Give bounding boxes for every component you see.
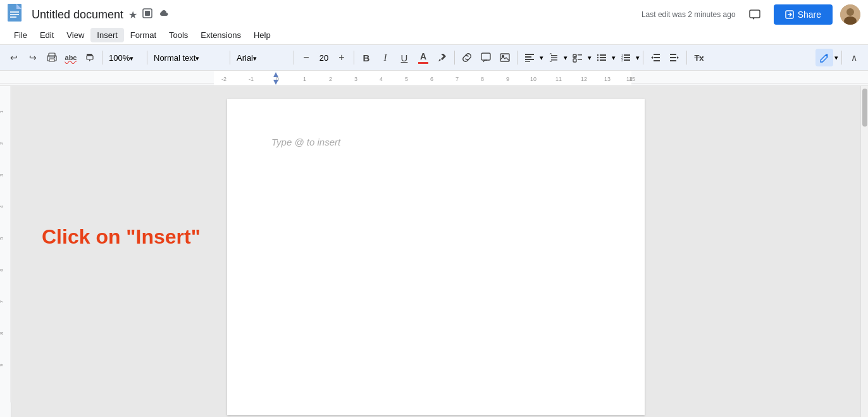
document-title[interactable]: Untitled document bbox=[32, 8, 123, 22]
svg-text:4: 4 bbox=[0, 205, 4, 208]
svg-rect-37 bbox=[600, 59, 606, 61]
spellcheck-button[interactable]: abc bbox=[62, 49, 80, 66]
svg-text:13: 13 bbox=[604, 76, 611, 82]
font-size-display[interactable]: 20 bbox=[316, 53, 332, 63]
svg-text:2: 2 bbox=[0, 142, 4, 145]
svg-rect-7 bbox=[145, 11, 150, 16]
star-icon[interactable]: ★ bbox=[128, 9, 137, 21]
svg-point-16 bbox=[54, 57, 55, 58]
edit-mode-button[interactable] bbox=[815, 49, 833, 66]
svg-text:3: 3 bbox=[0, 173, 4, 177]
svg-text:9: 9 bbox=[0, 363, 4, 366]
text-style-selector[interactable]: Normal text bbox=[151, 49, 226, 66]
font-size-decrease-button[interactable]: − bbox=[297, 49, 315, 66]
line-spacing-button[interactable] bbox=[545, 49, 562, 66]
svg-text:2: 2 bbox=[329, 76, 332, 82]
menu-tools[interactable]: Tools bbox=[163, 28, 194, 42]
zoom-selector[interactable]: 100% bbox=[106, 49, 144, 66]
document-page[interactable]: Type @ to insert bbox=[227, 99, 645, 415]
menu-view[interactable]: View bbox=[60, 28, 90, 42]
svg-rect-30 bbox=[573, 59, 576, 62]
increase-indent-button[interactable] bbox=[666, 49, 683, 66]
checklist-button[interactable] bbox=[569, 49, 586, 66]
svg-text:10: 10 bbox=[530, 76, 536, 82]
comments-button[interactable] bbox=[743, 3, 766, 26]
highlight-button[interactable] bbox=[433, 49, 451, 66]
svg-text:6: 6 bbox=[0, 268, 4, 271]
scrollbar-thumb[interactable] bbox=[862, 89, 867, 127]
link-button[interactable] bbox=[458, 49, 476, 66]
separator-5 bbox=[354, 51, 354, 65]
svg-text:-2: -2 bbox=[221, 76, 226, 82]
paint-format-button[interactable] bbox=[81, 49, 99, 66]
svg-text:8: 8 bbox=[0, 332, 4, 335]
insert-image-button[interactable] bbox=[496, 49, 514, 66]
numbered-list-button[interactable]: 1 2 3 bbox=[617, 49, 635, 66]
text-align-button[interactable] bbox=[521, 49, 538, 66]
svg-text:5: 5 bbox=[405, 76, 408, 82]
font-family-selector[interactable]: Arial bbox=[233, 49, 290, 66]
menu-help[interactable]: Help bbox=[247, 28, 277, 42]
checklist-chevron-icon bbox=[588, 54, 592, 62]
underline-button[interactable]: U bbox=[395, 49, 413, 66]
svg-rect-19 bbox=[500, 54, 509, 61]
svg-rect-17 bbox=[87, 56, 93, 59]
menu-edit[interactable]: Edit bbox=[34, 28, 60, 42]
vertical-scrollbar[interactable] bbox=[860, 86, 868, 417]
undo-button[interactable]: ↩ bbox=[5, 49, 23, 66]
svg-rect-8 bbox=[750, 10, 760, 18]
svg-text:11: 11 bbox=[555, 76, 562, 82]
share-button[interactable]: Share bbox=[774, 4, 833, 25]
separator-6 bbox=[454, 51, 455, 65]
numbered-chevron-icon bbox=[636, 54, 640, 62]
svg-rect-18 bbox=[481, 53, 490, 60]
svg-text:4: 4 bbox=[380, 76, 383, 82]
redo-button[interactable]: ↪ bbox=[24, 49, 42, 66]
svg-rect-73 bbox=[0, 86, 11, 402]
document-area[interactable]: Click on "Insert" Type @ to insert bbox=[11, 86, 860, 417]
add-comment-button[interactable] bbox=[477, 49, 495, 66]
separator-4 bbox=[294, 51, 294, 65]
header-right: Last edit was 2 minutes ago Share bbox=[633, 3, 860, 26]
collapse-toolbar-button[interactable]: ∧ bbox=[845, 49, 863, 66]
font-size-value: 20 bbox=[316, 53, 332, 63]
svg-rect-3 bbox=[10, 11, 19, 13]
align-chevron-icon bbox=[540, 54, 543, 62]
decrease-indent-button[interactable] bbox=[647, 49, 664, 66]
svg-text:3: 3 bbox=[621, 58, 623, 62]
cloud-save-icon[interactable] bbox=[158, 9, 169, 20]
svg-rect-47 bbox=[670, 54, 676, 55]
svg-rect-39 bbox=[624, 54, 630, 56]
svg-rect-45 bbox=[654, 57, 660, 58]
text-color-button[interactable]: A bbox=[414, 49, 432, 66]
svg-rect-13 bbox=[49, 53, 55, 57]
svg-rect-44 bbox=[654, 54, 660, 55]
svg-text:-1: -1 bbox=[249, 76, 254, 82]
svg-text:5: 5 bbox=[0, 237, 4, 240]
menu-insert[interactable]: Insert bbox=[90, 28, 124, 42]
font-size-increase-button[interactable]: + bbox=[333, 49, 350, 66]
clear-formatting-button[interactable]: Tx bbox=[690, 49, 708, 66]
user-avatar[interactable] bbox=[840, 4, 860, 25]
menu-extensions[interactable]: Extensions bbox=[194, 28, 247, 42]
menu-file[interactable]: File bbox=[8, 28, 34, 42]
share-label: Share bbox=[798, 9, 821, 20]
bullet-list-button[interactable] bbox=[593, 49, 611, 66]
last-edit-text: Last edit was 2 minutes ago bbox=[642, 10, 736, 19]
svg-rect-27 bbox=[551, 59, 557, 61]
svg-text:6: 6 bbox=[430, 76, 433, 82]
svg-text:9: 9 bbox=[506, 76, 509, 82]
italic-button[interactable]: I bbox=[376, 49, 394, 66]
svg-point-36 bbox=[597, 59, 598, 61]
separator-10 bbox=[841, 51, 842, 65]
menu-format[interactable]: Format bbox=[124, 28, 163, 42]
bold-button[interactable]: B bbox=[357, 49, 375, 66]
svg-rect-15 bbox=[49, 59, 54, 61]
svg-rect-25 bbox=[551, 55, 557, 56]
svg-rect-33 bbox=[600, 54, 606, 56]
annotation-text: Click on "Insert" bbox=[42, 225, 201, 249]
drive-icon[interactable] bbox=[142, 8, 152, 21]
edit-mode-chevron-icon bbox=[834, 54, 838, 62]
text-color-bar bbox=[418, 62, 428, 64]
print-button[interactable] bbox=[43, 49, 61, 66]
